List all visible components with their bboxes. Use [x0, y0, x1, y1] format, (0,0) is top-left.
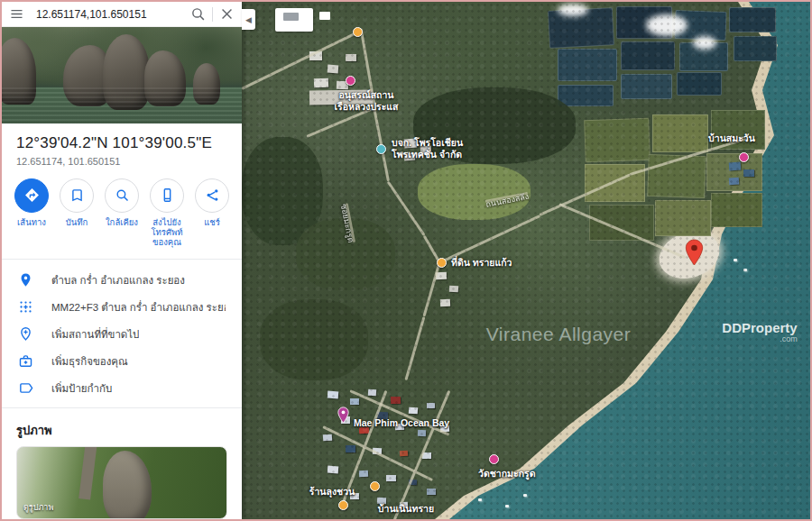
detail-text: เพิ่มป้ายกำกับ [51, 380, 112, 397]
photos-thumbnail[interactable]: ดูรูปภาพ [16, 446, 227, 519]
plus-code-icon [18, 299, 33, 315]
map-place-label[interactable]: บ้านสมะวัน [708, 133, 755, 144]
building-roof [729, 178, 740, 186]
boat [505, 505, 509, 507]
farm-field [711, 193, 762, 227]
google-maps-window: 12.651174,101.650151 12°39'04.2"N 101°39… [0, 0, 812, 521]
building-roof [427, 403, 435, 408]
building-roof [427, 489, 436, 495]
destination-pin[interactable] [685, 239, 704, 270]
aquaculture-pond [558, 49, 617, 81]
directions-icon [14, 178, 49, 213]
building-roof [346, 54, 356, 61]
building-roof [328, 65, 339, 74]
search-input[interactable]: 12.651174,101.650151 [36, 8, 190, 21]
panel-collapse-arrow[interactable]: ◀ [242, 9, 255, 30]
building-roof [440, 299, 450, 307]
cloud [693, 36, 716, 50]
cloud [646, 14, 687, 36]
farm-field [652, 114, 708, 152]
poi-marker-orange[interactable] [338, 500, 348, 510]
building-roof [400, 451, 408, 456]
photo-water [2, 87, 242, 123]
add-business-row[interactable]: เพิ่มธุรกิจของคุณ [2, 348, 242, 375]
building-roof [350, 398, 359, 405]
add-label-row[interactable]: เพิ่มป้ายกำกับ [2, 375, 242, 402]
building-roof [729, 162, 742, 171]
action-label: เส้นทาง [17, 217, 46, 227]
send-to-phone-icon [150, 178, 184, 213]
photo-caption: ดูรูปภาพ [23, 501, 53, 514]
map-place-label[interactable]: บ้านเนินทราย [378, 503, 434, 515]
map-place-label[interactable]: ร้านลุงชวน [309, 486, 355, 498]
place-title: 12°39'04.2"N 101°39'00.5"E [16, 134, 227, 152]
poi-marker-orange[interactable] [353, 27, 363, 37]
place-hero-photo[interactable] [2, 27, 242, 123]
detail-text: เพิ่มธุรกิจของคุณ [51, 353, 128, 370]
action-label: แชร์ [204, 217, 220, 227]
save-button[interactable]: บันทึก [54, 178, 99, 248]
map-place-label[interactable]: อนุสรณ์สถานเรือหลวงประแส [334, 89, 398, 113]
share-button[interactable]: แชร์ [189, 178, 235, 248]
poi-marker-orange[interactable] [437, 258, 447, 268]
divider [2, 259, 242, 260]
aquaculture-pond [734, 36, 777, 61]
aquaculture-pond [621, 74, 672, 99]
close-icon[interactable] [219, 6, 235, 22]
building-roof [449, 286, 458, 293]
plus-code-row[interactable]: MM22+F3 ตำบล กร่ำ อำเภอแกลง ระยอง [2, 294, 242, 321]
address-row[interactable]: ตำบล กร่ำ อำเภอแกลง ระยอง [2, 267, 242, 294]
building-roof [323, 434, 332, 442]
send-to-phone-button[interactable]: ส่งไปยังโทรศัพท์ของคุณ [144, 178, 189, 248]
building-roof [346, 445, 355, 452]
divider [2, 407, 242, 408]
photo-statue [103, 451, 152, 519]
directions-button[interactable]: เส้นทาง [9, 178, 54, 248]
photos-section-header: รูปภาพ [2, 412, 242, 446]
road-segment [422, 262, 440, 316]
location-pin-icon [18, 272, 33, 288]
boat [734, 259, 737, 261]
poi-marker-pink[interactable] [489, 454, 499, 464]
boat [743, 269, 747, 271]
aquaculture-pond [621, 41, 675, 70]
building-roof [359, 471, 368, 478]
road-segment [322, 425, 433, 481]
building-roof [418, 430, 426, 436]
poi-marker-pink[interactable] [739, 152, 749, 162]
aquaculture-pond [729, 7, 776, 32]
vegetation-patch [260, 299, 368, 380]
nearby-button[interactable]: ใกล้เคียง [99, 178, 144, 248]
poi-marker-teal[interactable] [376, 144, 386, 154]
add-business-icon [18, 353, 33, 369]
add-place-icon [18, 326, 33, 342]
building-roof [328, 466, 339, 474]
add-label-icon [18, 380, 33, 396]
lodging-pin[interactable] [337, 407, 349, 427]
satellite-map[interactable] [242, 2, 810, 519]
add-missing-place-row[interactable]: เพิ่มสถานที่ที่ขาดไป [2, 321, 242, 348]
vegetation-patch [296, 218, 395, 290]
detail-text: เพิ่มสถานที่ที่ขาดไป [51, 326, 139, 343]
building-roof [386, 475, 396, 481]
map-place-label[interactable]: Mae Phim Ocean Bay [354, 417, 449, 429]
poi-marker-orange[interactable] [370, 481, 380, 491]
place-info: 12°39'04.2"N 101°39'00.5"E 12.651174, 10… [2, 123, 242, 167]
building-roof [743, 169, 754, 177]
road-segment [404, 316, 425, 380]
map-place-label[interactable]: ที่ดิน ทรายแก้ว [451, 257, 512, 269]
searchbar-divider [212, 7, 213, 22]
hamburger-menu-icon[interactable] [9, 6, 24, 22]
search-icon[interactable] [190, 6, 206, 22]
action-buttons-row: เส้นทางบันทึกใกล้เคียงส่งไปยังโทรศัพท์ขอ… [2, 167, 242, 255]
action-label: ส่งไปยังโทรศัพท์ของคุณ [144, 217, 189, 248]
search-bar[interactable]: 12.651174,101.650151 [2, 2, 242, 27]
building-roof [368, 389, 376, 397]
place-coordinates: 12.651174, 101.650151 [16, 156, 227, 167]
poi-marker-pink[interactable] [346, 76, 355, 86]
building-roof [328, 391, 339, 399]
building-roof [391, 397, 401, 404]
nearby-icon [105, 178, 139, 213]
map-place-label[interactable]: วัดชากมะกรูด [478, 468, 535, 480]
map-place-label[interactable]: บจก. โพรโอเชียนโพรเทคชั่น จำกัด [392, 137, 463, 160]
